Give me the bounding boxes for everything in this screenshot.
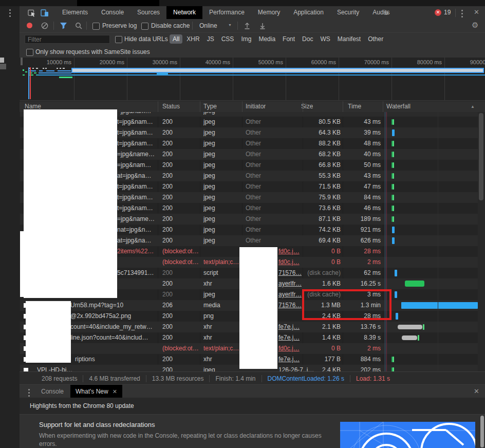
filter-input[interactable] — [25, 35, 110, 44]
samesite-checkbox[interactable] — [26, 49, 33, 56]
waterfall-bar-stalled — [402, 335, 417, 340]
page-menu-icon[interactable] — [9, 9, 11, 18]
waterfall-dcl-line — [385, 112, 385, 371]
load-time: Load: 1.31 s — [350, 375, 396, 382]
disable-cache-label: Disable cache — [151, 22, 190, 29]
redaction-box — [239, 247, 277, 369]
column-header-type[interactable]: Type — [203, 101, 217, 112]
tab-audits[interactable]: Audits — [366, 6, 396, 19]
tab-sources[interactable]: Sources — [130, 6, 166, 19]
page-fragment — [0, 64, 6, 69]
overview-activity-mark — [34, 72, 36, 73]
disable-cache-checkbox[interactable] — [141, 23, 148, 30]
waterfall-bar-green — [393, 184, 394, 190]
column-header-initiator[interactable]: Initiator — [246, 101, 266, 112]
screenshot-root: ElementsConsoleSourcesNetworkPerformance… — [0, 0, 485, 448]
time-cell: 47 ms — [332, 181, 381, 192]
close-whats-new-icon[interactable]: ✕ — [113, 388, 117, 395]
import-har-icon[interactable] — [244, 22, 251, 31]
filter-chip-css[interactable]: CSS — [218, 34, 237, 44]
inspect-element-icon[interactable] — [28, 9, 36, 18]
overview-load-line — [30, 67, 31, 99]
column-header-time[interactable]: Time — [348, 101, 361, 112]
tab-application[interactable]: Application — [287, 6, 330, 19]
filter-chip-font[interactable]: Font — [279, 34, 298, 44]
tab-performance[interactable]: Performance — [202, 6, 251, 19]
article-illustration[interactable] — [340, 422, 475, 448]
tab-elements[interactable]: Elements — [55, 6, 95, 19]
devtools-menu-icon[interactable] — [461, 10, 463, 19]
resources-size: 13.3 MB resources — [146, 375, 210, 382]
throttling-dropdown-icon[interactable]: ▼ — [228, 23, 232, 27]
request-name: t=jpg&nam… — [117, 127, 153, 138]
column-header-waterfall[interactable]: Waterfall — [386, 101, 411, 112]
throttling-select[interactable]: Online — [199, 22, 217, 29]
time-cell: 50 ms — [332, 160, 381, 171]
filter-chip-other[interactable]: Other — [365, 34, 386, 44]
drawer-scrollbar[interactable] — [480, 416, 484, 447]
filter-icon[interactable] — [60, 22, 67, 31]
initiator-cell: Other — [246, 181, 261, 192]
close-devtools-icon[interactable]: ✕ — [474, 8, 479, 16]
devtools-tabbar: ElementsConsoleSourcesNetworkPerformance… — [20, 6, 485, 20]
more-tabs-chevron[interactable]: » — [384, 9, 388, 17]
type-cell: jpeg — [203, 365, 215, 371]
network-settings-gear-icon[interactable]: ⚙ — [472, 21, 478, 30]
request-name: t=jpg&nam… — [117, 138, 153, 149]
overview-main-request-bar — [71, 68, 484, 73]
overview-activity-mark — [23, 69, 24, 71]
waterfall-bar-green — [393, 216, 394, 222]
time-cell: 202 ms — [332, 365, 381, 371]
status-cell: 200 — [162, 311, 173, 322]
filter-chip-js[interactable]: JS — [204, 34, 217, 44]
clear-icon[interactable] — [41, 22, 48, 31]
tab-security[interactable]: Security — [330, 6, 366, 19]
filter-chip-img[interactable]: Img — [238, 34, 254, 44]
preserve-log-checkbox[interactable] — [92, 23, 100, 30]
table-scrollbar[interactable] — [478, 112, 485, 371]
tab-network[interactable]: Network — [166, 6, 202, 19]
hide-data-urls-checkbox[interactable] — [115, 36, 122, 43]
type-cell: media — [203, 300, 220, 311]
drawer-tab-console[interactable]: Console — [41, 388, 64, 395]
status-cell: (blocked:ot… — [162, 343, 199, 354]
filter-chip-media[interactable]: Media — [255, 34, 278, 44]
filter-chip-doc[interactable]: Doc — [299, 34, 316, 44]
overview-gridline — [391, 58, 392, 100]
filter-chip-xhr[interactable]: XHR — [183, 34, 202, 44]
filter-chip-ws[interactable]: WS — [317, 34, 333, 44]
search-icon[interactable] — [75, 22, 82, 31]
export-har-icon[interactable] — [259, 22, 266, 31]
status-cell: 200 — [162, 235, 173, 246]
overview-activity-mark — [58, 70, 71, 71]
device-toolbar-icon[interactable] — [41, 9, 49, 18]
filter-chip-all[interactable]: All — [170, 34, 182, 44]
overview-gridline — [339, 58, 339, 100]
request-name: =jpg&name… — [117, 149, 155, 160]
record-button[interactable] — [27, 23, 32, 28]
whats-new-highlights-bar: Highlights from the Chrome 80 update — [20, 398, 485, 415]
tab-memory[interactable]: Memory — [251, 6, 287, 19]
error-count[interactable]: 19 — [444, 9, 451, 16]
tab-console[interactable]: Console — [95, 6, 130, 19]
column-header-status[interactable]: Status — [162, 101, 180, 112]
initiator-cell: Other — [246, 214, 261, 225]
type-cell: jpeg — [203, 225, 215, 235]
timeline-overview[interactable]: 10000 ms20000 ms30000 ms40000 ms50000 ms… — [20, 58, 485, 101]
time-cell: 884 ms — [332, 354, 381, 365]
time-cell: 28 ms — [332, 246, 381, 257]
initiator-cell: Other — [246, 160, 261, 171]
drawer-menu-icon[interactable] — [28, 389, 30, 398]
resource-type-chips: AllXHRJSCSSImgMediaFontDocWSManifestOthe… — [170, 34, 386, 44]
type-cell: jpeg — [203, 149, 215, 160]
time-cell: 46 ms — [332, 203, 381, 214]
drawer-tab-whats-new[interactable]: What's New ✕ — [70, 385, 122, 398]
preserve-log-label: Preserve log — [102, 22, 137, 29]
filter-chip-manifest[interactable]: Manifest — [334, 34, 364, 44]
domcontentloaded-time: DOMContentLoaded: 1.26 s — [262, 375, 350, 382]
close-drawer-icon[interactable]: ✕ — [474, 387, 479, 395]
article-body: When experimenting with new code in the … — [39, 432, 340, 448]
sort-arrow-icon[interactable]: ▲ — [471, 104, 475, 109]
type-cell: jpeg — [203, 214, 215, 225]
error-badge-icon[interactable]: ✕ — [435, 9, 441, 16]
